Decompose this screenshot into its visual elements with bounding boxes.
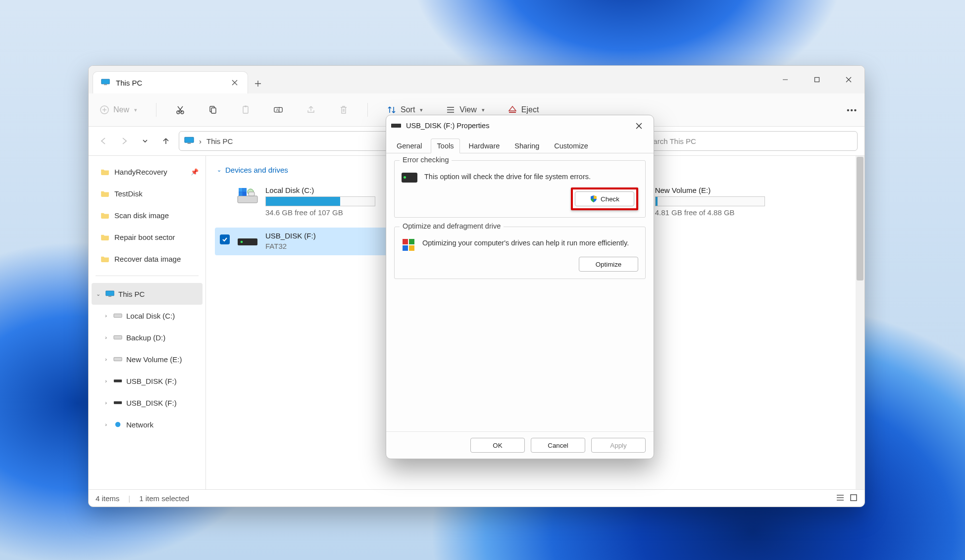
quick-item-repair-boot-sector[interactable]: Repair boot sector — [89, 226, 205, 248]
svg-rect-33 — [851, 495, 857, 501]
dialog-actions: OK Cancel Apply — [386, 431, 654, 459]
scrollbar-track[interactable] — [856, 156, 864, 489]
tab-hardware[interactable]: Hardware — [462, 139, 506, 153]
tree-backup-d[interactable]: › Backup (D:) — [89, 327, 205, 348]
chevron-down-icon: ▾ — [420, 107, 423, 113]
share-button[interactable] — [302, 102, 320, 118]
navigation-pane[interactable]: HandyRecovery 📌 TestDisk Scan disk image… — [89, 156, 206, 489]
tab-general[interactable]: General — [390, 139, 429, 153]
toolbar-separator — [367, 103, 368, 117]
status-selected-count: 1 item selected — [139, 494, 189, 503]
titlebar[interactable]: This PC — [89, 66, 864, 93]
new-tab-button[interactable] — [248, 74, 268, 93]
tab-close-button[interactable] — [230, 78, 240, 88]
sidebar-item-label: Recover data image — [114, 255, 181, 263]
dialog-titlebar[interactable]: USB_DISK (F:) Properties — [386, 115, 654, 136]
sort-label: Sort — [401, 105, 415, 114]
tree-label: New Volume (E:) — [126, 355, 182, 364]
minimize-button[interactable] — [769, 66, 801, 93]
large-icons-view-button[interactable] — [850, 494, 858, 503]
maximize-button[interactable] — [801, 66, 833, 93]
svg-rect-35 — [409, 239, 414, 244]
quick-item-handyrecovery[interactable]: HandyRecovery 📌 — [89, 161, 205, 183]
back-button[interactable] — [96, 133, 111, 149]
sidebar-tree: ⌄ This PC › Local Disk (C:) › Backup (D:… — [89, 282, 205, 436]
chevron-down-icon: ⌄ — [95, 291, 102, 297]
defrag-icon — [402, 238, 415, 252]
tab-sharing[interactable]: Sharing — [508, 139, 546, 153]
chevron-down-icon: ▾ — [134, 107, 137, 113]
svg-point-21 — [115, 422, 121, 427]
tree-label: Local Disk (C:) — [126, 312, 175, 320]
cancel-button[interactable]: Cancel — [531, 438, 585, 453]
svg-rect-12 — [185, 137, 194, 142]
forward-button[interactable] — [116, 133, 132, 149]
scrollbar-thumb[interactable] — [857, 157, 863, 280]
quick-item-testdisk[interactable]: TestDisk — [89, 183, 205, 204]
dialog-tabs: General Tools Hardware Sharing Customize — [386, 136, 654, 153]
tree-usb-disk-f-1[interactable]: › USB_DISK (F:) — [89, 370, 205, 392]
up-button[interactable] — [158, 133, 174, 149]
drive-checkbox[interactable] — [220, 234, 230, 244]
error-checking-group: Error checking This option will check th… — [394, 160, 646, 218]
svg-rect-19 — [114, 379, 122, 382]
optimize-button[interactable]: Optimize — [579, 257, 638, 272]
tab-this-pc[interactable]: This PC — [93, 71, 248, 93]
tree-this-pc[interactable]: ⌄ This PC — [92, 283, 203, 305]
svg-rect-9 — [245, 106, 247, 107]
tree-network[interactable]: › Network — [89, 414, 205, 435]
drive-name: USB_DISK (F:) — [265, 232, 395, 240]
sidebar-item-label: Repair boot sector — [114, 233, 175, 241]
svg-rect-34 — [403, 239, 408, 244]
tree-new-volume-e[interactable]: › New Volume (E:) — [89, 348, 205, 370]
group-legend: Error checking — [400, 156, 452, 164]
chevron-right-icon: › — [102, 378, 109, 384]
dialog-close-button[interactable] — [629, 119, 649, 133]
more-button[interactable]: ••• — [847, 106, 858, 114]
tree-label: Backup (D:) — [126, 333, 165, 342]
apply-button[interactable]: Apply — [591, 438, 646, 453]
tree-usb-disk-f-2[interactable]: › USB_DISK (F:) — [89, 392, 205, 414]
svg-rect-20 — [114, 401, 122, 404]
tree-label: USB_DISK (F:) — [126, 377, 177, 385]
usb-drive-icon — [237, 232, 258, 251]
cut-button[interactable] — [171, 102, 189, 118]
details-view-button[interactable] — [836, 494, 845, 503]
drive-free-text: 4.81 GB free of 4.88 GB — [655, 208, 784, 217]
pin-icon: 📌 — [191, 168, 199, 176]
drive-name: Local Disk (C:) — [265, 186, 395, 194]
sidebar-item-label: Scan disk image — [114, 211, 169, 220]
drive-usage-bar — [265, 196, 375, 206]
group-header-label: Devices and drives — [225, 166, 288, 174]
uac-shield-icon — [590, 195, 598, 203]
new-menu[interactable]: New ▾ — [96, 102, 141, 118]
svg-rect-2 — [815, 78, 819, 82]
check-button[interactable]: Check — [575, 191, 634, 206]
ok-button[interactable]: OK — [470, 438, 525, 453]
system-drive-icon — [237, 186, 258, 206]
this-pc-icon — [184, 137, 194, 146]
drive-free-text: 34.6 GB free of 107 GB — [265, 208, 395, 217]
drive-properties-dialog: USB_DISK (F:) Properties General Tools H… — [386, 115, 654, 459]
tree-local-disk-c[interactable]: › Local Disk (C:) — [89, 305, 205, 327]
drive-usb-disk-f[interactable]: USB_DISK (F:) FAT32 — [215, 228, 400, 255]
rename-button[interactable]: A — [269, 102, 287, 118]
breadcrumb-current[interactable]: This PC — [206, 137, 233, 145]
sidebar-item-label: TestDisk — [114, 189, 143, 198]
delete-button[interactable] — [335, 102, 353, 118]
paste-button[interactable] — [237, 102, 254, 118]
desktop-background: This PC — [0, 0, 965, 560]
drive-local-disk-c[interactable]: Local Disk (C:) 34.6 GB free of 107 GB — [215, 182, 400, 221]
copy-button[interactable] — [204, 102, 222, 118]
tab-customize[interactable]: Customize — [548, 139, 595, 153]
recent-locations-button[interactable] — [137, 133, 153, 149]
svg-rect-26 — [239, 192, 243, 196]
tree-label: Network — [126, 420, 153, 429]
view-label: View — [459, 105, 476, 114]
search-box[interactable]: Search This PC — [639, 131, 858, 151]
quick-item-recover-data-image[interactable]: Recover data image — [89, 248, 205, 270]
quick-item-scan-disk-image[interactable]: Scan disk image — [89, 204, 205, 226]
tab-tools[interactable]: Tools — [431, 139, 460, 153]
drive-checkbox[interactable] — [220, 189, 230, 199]
close-window-button[interactable] — [833, 66, 864, 93]
